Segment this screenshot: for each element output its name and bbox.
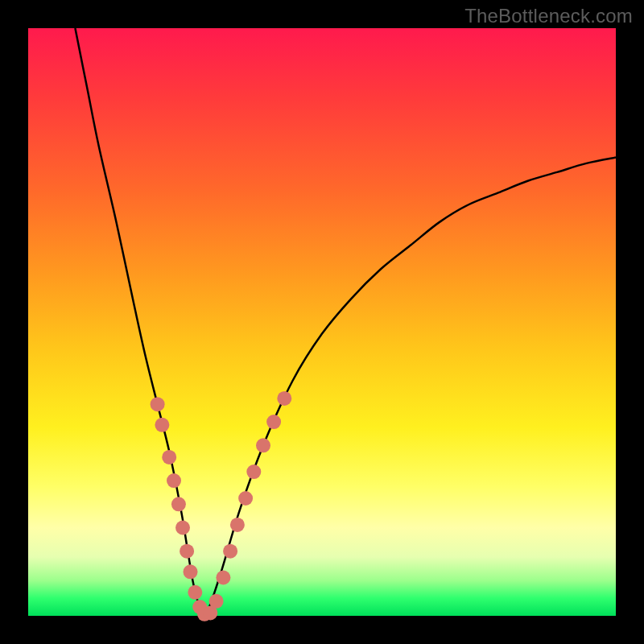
curve-marker — [188, 585, 202, 600]
curve-marker — [175, 521, 190, 535]
curve-marker — [238, 491, 253, 506]
curve-marker — [151, 397, 165, 411]
curve-marker — [230, 518, 245, 532]
plot-area — [28, 28, 616, 616]
curve-marker — [180, 544, 194, 559]
bottleneck-curve-svg — [28, 28, 616, 616]
curve-marker — [223, 544, 237, 559]
watermark-text: TheBottleneck.com — [464, 5, 633, 27]
curve-markers — [151, 391, 292, 621]
chart-frame: TheBottleneck.com — [0, 0, 644, 644]
curve-marker — [277, 391, 291, 406]
curve-marker — [246, 464, 261, 479]
curve-marker — [266, 415, 281, 429]
curve-marker — [216, 571, 230, 585]
curve-marker — [162, 450, 176, 464]
curve-marker — [209, 594, 224, 609]
curve-marker — [155, 418, 169, 432]
curve-marker — [256, 438, 270, 452]
curve-marker — [184, 564, 198, 579]
curve-marker — [167, 473, 181, 488]
bottleneck-curve — [75, 28, 616, 616]
curve-marker — [171, 497, 186, 511]
